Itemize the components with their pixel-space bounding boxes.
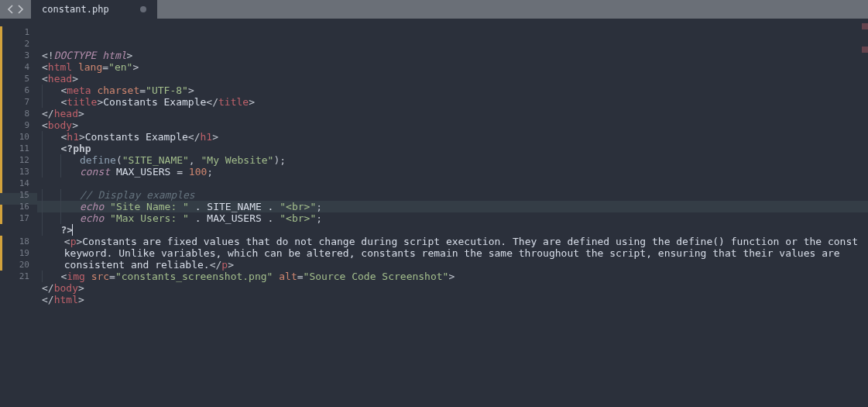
line-number: 1 [0, 26, 29, 38]
gutter: 123456789101112131415161718192021 [0, 19, 37, 407]
line-number: 10 [0, 131, 29, 143]
minimap-error-marker [862, 23, 868, 29]
line-number: 15 [0, 189, 29, 201]
code-line: <p>Constants are fixed values that do no… [42, 236, 863, 271]
line-number: 12 [0, 154, 29, 166]
code-area[interactable]: <!DOCTYPE html><html lang="en"><head> <m… [37, 19, 868, 407]
file-tab-title: constant.php [42, 4, 109, 15]
nav-arrows [0, 0, 31, 19]
line-number: 21 [0, 271, 29, 282]
code-line: <!DOCTYPE html> [42, 50, 863, 61]
line-number: 18 [0, 236, 29, 247]
line-number: 4 [0, 61, 29, 73]
code-line: <img src="constants_screenshot.png" alt=… [42, 271, 863, 282]
text-cursor [72, 224, 73, 236]
line-number: 13 [0, 166, 29, 178]
code-line [42, 178, 863, 189]
forward-icon[interactable] [16, 5, 24, 14]
line-number: 20 [0, 259, 29, 271]
unsaved-dot-icon [140, 6, 146, 12]
line-number: 19 [0, 247, 29, 259]
line-number: 7 [0, 96, 29, 108]
line-number: 6 [0, 85, 29, 96]
code-line: ?> [42, 224, 863, 236]
code-line: <h1>Constants Example</h1> [42, 131, 863, 143]
code-line: <body> [42, 119, 863, 131]
line-number: 5 [0, 73, 29, 85]
back-icon[interactable] [7, 5, 15, 14]
code-line: <title>Constants Example</title> [42, 96, 863, 108]
line-number: 17 [0, 212, 29, 224]
line-number: 9 [0, 119, 29, 131]
code-line [42, 305, 863, 317]
code-line: define("SITE_NAME", "My Website"); [42, 154, 863, 166]
line-number [0, 224, 29, 236]
editor: 123456789101112131415161718192021 <!DOCT… [0, 19, 868, 407]
code-line: </html> [42, 294, 863, 305]
code-line: <?php [42, 143, 863, 154]
line-number: 16 [0, 201, 29, 212]
code-line: const MAX_USERS = 100; [42, 166, 863, 178]
line-number: 2 [0, 38, 29, 50]
line-number: 11 [0, 143, 29, 154]
code-line: </body> [42, 282, 863, 294]
code-line: echo "Site Name: " . SITE_NAME . "<br>"; [42, 201, 863, 212]
code-line: <meta charset="UTF-8"> [42, 85, 863, 96]
code-line: <head> [42, 73, 863, 85]
code-line: </head> [42, 108, 863, 119]
code-line: // Display examples [42, 189, 863, 201]
tab-bar-empty [157, 0, 868, 19]
file-tab[interactable]: constant.php [31, 0, 157, 19]
line-number: 14 [0, 178, 29, 189]
code-line: <html lang="en"> [42, 61, 863, 73]
code-line: echo "Max Users: " . MAX_USERS . "<br>"; [42, 212, 863, 224]
title-bar: constant.php [0, 0, 868, 19]
line-number: 3 [0, 50, 29, 61]
line-number: 8 [0, 108, 29, 119]
